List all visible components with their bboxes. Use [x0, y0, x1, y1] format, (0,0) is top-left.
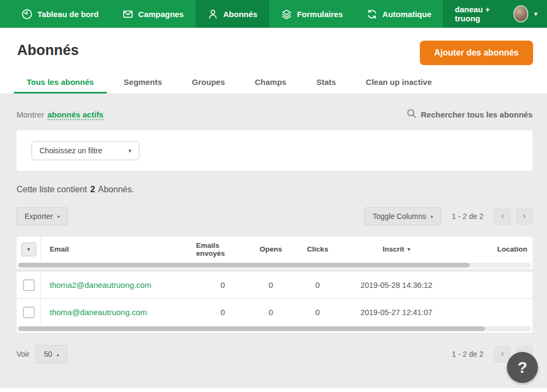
- chevron-down-icon: ▾: [534, 10, 537, 18]
- page-size-control: Voir 50 ▴: [17, 345, 67, 363]
- clicks-value: 0: [292, 272, 343, 298]
- caret-down-icon: ▾: [431, 214, 433, 219]
- export-button[interactable]: Exporter ▾: [17, 207, 68, 225]
- caret-up-icon: ▴: [57, 351, 59, 357]
- caret-down-icon: ▾: [128, 147, 131, 154]
- top-navigation: Tableau de bord Campagnes Abonnés: [0, 0, 547, 28]
- tab-segments[interactable]: Segments: [111, 72, 175, 93]
- column-header-subscribed[interactable]: Inscrit ▾: [343, 237, 450, 262]
- toolbar-right: Toggle Columns ▾ 1 - 2 de 2 ‹ ›: [364, 207, 533, 225]
- table-footer: Voir 50 ▴ 1 - 2 de 2 ‹ ›: [17, 345, 533, 363]
- toggle-columns-label: Toggle Columns: [372, 212, 426, 221]
- page-size-value: 50: [44, 350, 52, 358]
- nav-items: Tableau de bord Campagnes Abonnés: [0, 0, 443, 28]
- row-checkbox[interactable]: [23, 307, 35, 318]
- page-title: Abonnés: [17, 42, 79, 59]
- page-size-select[interactable]: 50 ▴: [36, 345, 67, 363]
- add-subscribers-button[interactable]: Ajouter des abonnés: [420, 41, 533, 65]
- nav-item-dashboard[interactable]: Tableau de bord: [10, 0, 111, 28]
- dashboard-clock-icon: [21, 9, 33, 20]
- show-label: Montrer: [17, 110, 44, 119]
- column-header-opens: Opens: [249, 237, 292, 262]
- nav-item-label: Abonnés: [223, 10, 257, 19]
- column-header-emails-sent: Emails envoyés: [196, 237, 249, 262]
- emails-sent-value: 0: [196, 272, 249, 298]
- scrollbar-thumb[interactable]: [18, 263, 470, 268]
- nav-item-automation[interactable]: Automatique: [355, 0, 443, 28]
- next-page-button[interactable]: ›: [516, 208, 533, 225]
- table-header-row: ▾ Email Emails envoyés Opens Clicks Insc…: [17, 237, 533, 262]
- subscriber-email-link[interactable]: thoma2@daneautruong.com: [50, 280, 151, 289]
- question-mark-icon: ?: [518, 358, 527, 377]
- nav-item-label: Automatique: [382, 10, 432, 19]
- emails-sent-value: 0: [196, 299, 249, 325]
- search-subscribers[interactable]: Rechercher tous les abonnés: [407, 108, 533, 120]
- subscribed-date: 2019-05-28 14:36:12: [343, 272, 450, 298]
- filter-select-value: Choisissez un filtre: [40, 146, 103, 155]
- row-select-cell: [17, 299, 41, 325]
- select-column-header: ▾: [17, 237, 41, 262]
- user-avatar: [513, 5, 528, 22]
- prev-page-button[interactable]: ‹: [494, 208, 511, 225]
- pagination-range: 1 - 2 de 2: [452, 350, 483, 358]
- scrollbar-thumb[interactable]: [18, 326, 485, 331]
- toggle-columns-button[interactable]: Toggle Columns ▾: [364, 207, 441, 225]
- envelope-icon: [122, 9, 134, 20]
- content-area: Montrerabonnés actifs Rechercher tous le…: [0, 94, 547, 388]
- column-header-email: Email: [41, 237, 196, 262]
- tab-all-subscribers[interactable]: Tous les abonnés: [14, 72, 107, 93]
- opens-value: 0: [249, 299, 292, 325]
- user-name: daneau + truong: [455, 5, 507, 23]
- page-header: Abonnés Ajouter des abonnés Tous les abo…: [0, 28, 547, 94]
- scrollbar-track: [18, 326, 531, 331]
- nav-item-campaigns[interactable]: Campagnes: [111, 0, 196, 28]
- sort-caret-icon: ▾: [408, 246, 410, 252]
- nav-item-label: Tableau de bord: [37, 10, 99, 19]
- tab-groups[interactable]: Groupes: [179, 72, 238, 93]
- show-filter-row: Montrerabonnés actifs Rechercher tous le…: [17, 94, 533, 120]
- column-header-location: Location: [450, 237, 533, 262]
- row-checkbox[interactable]: [23, 279, 35, 291]
- nav-item-label: Campagnes: [138, 10, 184, 19]
- nav-item-subscribers[interactable]: Abonnés: [196, 0, 269, 28]
- active-subscribers-link[interactable]: abonnés actifs: [48, 110, 104, 120]
- subscriber-count: 2: [90, 185, 95, 194]
- export-label: Exporter: [25, 212, 53, 221]
- tab-clean-up-inactive[interactable]: Clean up inactive: [353, 72, 444, 93]
- person-icon: [207, 9, 218, 20]
- summary-suffix: Abonnés.: [98, 185, 135, 194]
- pagination-range: 1 - 2 de 2: [452, 212, 483, 221]
- search-icon: [407, 108, 417, 120]
- tab-stats[interactable]: Stats: [303, 72, 349, 93]
- show-filter: Montrerabonnés actifs: [17, 110, 104, 119]
- horizontal-scrollbar-top: [17, 262, 533, 269]
- user-menu[interactable]: daneau + truong ▾: [443, 0, 547, 28]
- tab-fields[interactable]: Champs: [242, 72, 299, 93]
- summary-prefix: Cette liste contient: [17, 185, 87, 194]
- layers-icon: [281, 9, 292, 20]
- nav-item-label: Formulaires: [297, 10, 343, 19]
- refresh-icon: [366, 9, 378, 20]
- subscribers-table: ▾ Email Emails envoyés Opens Clicks Insc…: [17, 237, 533, 333]
- table-row: thoma@daneautruong.com 0 0 0 2019-05-27 …: [17, 299, 533, 325]
- select-all-dropdown[interactable]: ▾: [21, 242, 36, 256]
- horizontal-scrollbar-bottom: [17, 325, 533, 333]
- help-button[interactable]: ?: [507, 352, 538, 383]
- view-label: Voir: [17, 350, 29, 358]
- location-value: [450, 299, 533, 325]
- filter-select[interactable]: Choisissez un filtre ▾: [32, 141, 139, 160]
- caret-down-icon: ▾: [57, 214, 60, 219]
- table-toolbar: Exporter ▾ Toggle Columns ▾ 1 - 2 de 2 ‹…: [17, 207, 533, 225]
- filter-card: Choisissez un filtre ▾: [17, 130, 533, 171]
- search-label: Rechercher tous les abonnés: [421, 110, 533, 119]
- row-select-cell: [17, 272, 41, 298]
- subscribed-date: 2019-05-27 12:41:07: [343, 299, 450, 325]
- list-summary: Cette liste contient 2 Abonnés.: [17, 185, 533, 194]
- nav-item-forms[interactable]: Formulaires: [269, 0, 355, 28]
- clicks-value: 0: [292, 299, 343, 325]
- bottom-strip: [0, 388, 547, 392]
- subscriber-email-link[interactable]: thoma@daneautruong.com: [50, 308, 147, 317]
- column-header-clicks: Clicks: [292, 237, 343, 262]
- scrollbar-track: [18, 263, 531, 268]
- location-value: [450, 272, 533, 298]
